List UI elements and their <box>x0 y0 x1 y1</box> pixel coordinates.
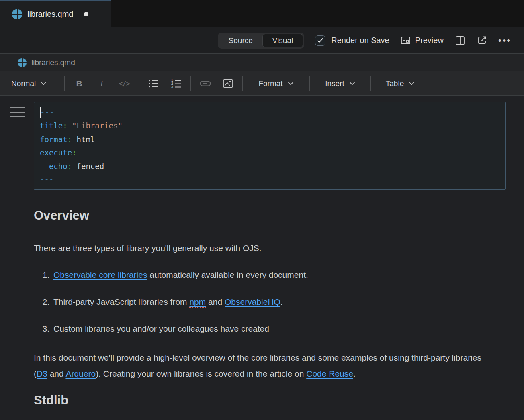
toolbar-separator <box>190 76 191 91</box>
format-label: Format <box>258 79 282 88</box>
doc-link[interactable]: ObservableHQ <box>225 297 280 306</box>
list-item-text: Third-party JavaScript libraries from np… <box>53 296 283 308</box>
editor-header: Source Visual Render on Save Preview <box>0 27 524 53</box>
heading-stdlib: Stdlib <box>34 393 506 408</box>
more-actions-button[interactable]: ••• <box>498 35 511 46</box>
source-visual-toggle: Source Visual <box>218 33 305 49</box>
list-number: 1. <box>34 269 49 281</box>
doc-link[interactable]: Arquero <box>66 369 96 378</box>
bullet-list-icon <box>148 79 159 88</box>
chevron-down-icon <box>349 82 355 85</box>
visual-editor-canvas[interactable]: ---title: "Libraries"format: htmlexecute… <box>0 96 524 420</box>
block-style-dropdown[interactable]: Normal <box>9 75 61 92</box>
table-dropdown[interactable]: Table <box>374 75 426 92</box>
doc-link[interactable]: Code Reuse <box>306 369 353 378</box>
italic-button[interactable]: I <box>90 75 113 92</box>
link-icon <box>200 81 211 86</box>
insert-dropdown[interactable]: Insert <box>313 75 367 92</box>
italic-icon: I <box>100 78 103 89</box>
tab-bar: libraries.qmd <box>0 0 524 27</box>
image-icon <box>223 78 233 88</box>
heading-overview: Overview <box>34 208 506 223</box>
doc-link[interactable]: D3 <box>37 369 47 378</box>
chevron-down-icon <box>288 82 294 85</box>
open-external-icon <box>477 35 487 46</box>
quarto-file-icon <box>12 9 22 19</box>
preview-icon <box>400 35 411 46</box>
unsaved-changes-dot[interactable] <box>84 12 88 16</box>
list-item: 1. Observable core libraries automatical… <box>34 269 506 281</box>
bold-button[interactable]: B <box>68 75 90 92</box>
svg-text:3: 3 <box>171 85 173 88</box>
split-editor-icon <box>454 35 466 46</box>
list-number: 2. <box>34 296 49 308</box>
quarto-file-icon <box>18 58 27 67</box>
bold-icon: B <box>76 79 82 88</box>
yaml-code: ---title: "Libraries"format: htmlexecute… <box>40 106 499 186</box>
list-item: 3. Custom libraries you and/or your coll… <box>34 323 506 335</box>
code-button[interactable]: </> <box>113 75 135 92</box>
text-cursor <box>40 107 41 118</box>
intro-paragraph: There are three types of library you'll … <box>34 242 496 254</box>
split-editor-button[interactable] <box>454 35 466 46</box>
quarto-visual-editor: libraries.qmd Source Visual Render on Sa… <box>0 0 524 420</box>
visual-mode-button[interactable]: Visual <box>262 34 303 47</box>
yaml-front-matter-block[interactable]: ---title: "Libraries"format: htmlexecute… <box>34 102 506 190</box>
image-button[interactable] <box>217 75 239 92</box>
format-dropdown[interactable]: Format <box>246 75 306 92</box>
block-style-value: Normal <box>11 79 36 88</box>
bullet-list-button[interactable] <box>142 75 165 92</box>
closing-paragraph: In this document we'll provide a high-le… <box>34 350 496 382</box>
render-on-save-checkbox[interactable] <box>315 35 325 46</box>
toolbar-separator <box>139 76 139 91</box>
toolbar-separator <box>309 76 310 91</box>
list-item-text: Custom libraries you and/or your colleag… <box>53 323 269 335</box>
ellipsis-icon: ••• <box>498 35 511 46</box>
doc-link[interactable]: Observable core libraries <box>53 270 147 279</box>
render-on-save-group: Render on Save <box>315 35 389 46</box>
open-external-button[interactable] <box>477 35 487 46</box>
toolbar-separator <box>242 76 243 91</box>
numbered-list-icon: 1 2 3 <box>171 79 181 88</box>
checkmark-icon <box>317 38 323 43</box>
list-number: 3. <box>34 323 49 335</box>
numbered-list-button[interactable]: 1 2 3 <box>165 75 187 92</box>
toolbar-separator <box>64 76 65 91</box>
chevron-down-icon <box>41 82 47 85</box>
chevron-down-icon <box>409 82 415 85</box>
toolbar-separator <box>370 76 371 91</box>
ordered-list: 1. Observable core libraries automatical… <box>34 269 506 335</box>
table-label: Table <box>386 79 404 88</box>
link-button[interactable] <box>194 75 217 92</box>
formatting-toolbar: Normal B I </> 1 2 3 <box>0 71 524 96</box>
source-mode-button[interactable]: Source <box>219 34 262 47</box>
tab-libraries-qmd[interactable]: libraries.qmd <box>0 0 111 27</box>
block-drag-handle-icon[interactable] <box>10 107 25 120</box>
breadcrumb: libraries.qmd <box>0 53 524 71</box>
render-on-save-label: Render on Save <box>331 36 389 45</box>
code-icon: </> <box>119 80 130 88</box>
preview-button[interactable]: Preview <box>400 35 444 46</box>
list-item-text: Observable core libraries automatically … <box>53 269 308 281</box>
breadcrumb-file[interactable]: libraries.qmd <box>31 58 75 67</box>
preview-label: Preview <box>415 36 444 45</box>
list-item: 2. Third-party JavaScript libraries from… <box>34 296 506 308</box>
insert-label: Insert <box>325 79 344 88</box>
tab-title: libraries.qmd <box>27 10 73 19</box>
doc-link[interactable]: npm <box>189 297 206 308</box>
